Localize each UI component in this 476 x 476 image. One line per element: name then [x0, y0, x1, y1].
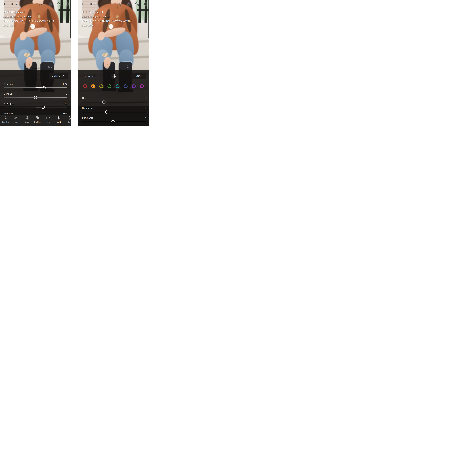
- more-options-icon[interactable]: [66, 2, 69, 6]
- tool-label-healing: Healing: [12, 121, 18, 123]
- shadows-label: Shadows: [4, 112, 13, 115]
- exposure-slider-knob[interactable]: [43, 86, 46, 89]
- channel-purple-button[interactable]: [132, 84, 136, 88]
- luminance-slider-track[interactable]: [82, 121, 146, 122]
- share-icon[interactable]: [49, 2, 52, 6]
- auto-icon: [46, 116, 50, 119]
- contrast-slider-knob[interactable]: [34, 96, 37, 99]
- highlights-slider-knob[interactable]: [41, 106, 45, 109]
- exposure-slider-track[interactable]: [4, 87, 67, 88]
- bottom-toolbar: SelectiveHealingCropProfilesAutoLightCol…: [0, 115, 71, 126]
- tool-healing[interactable]: Healing: [11, 116, 20, 123]
- undo-icon[interactable]: [40, 2, 44, 6]
- photo-index: 66 of 1641 | Original: [3, 10, 54, 14]
- healing-icon: [14, 116, 17, 119]
- back-button[interactable]: [81, 2, 85, 6]
- exposure-info: 1/250 sec at ƒ/4.0, ISO 400: [81, 14, 132, 19]
- done-button-label: DONE: [136, 75, 142, 77]
- tool-crop[interactable]: Crop: [22, 116, 32, 123]
- saturation-value: -23: [143, 107, 146, 109]
- camera-model: ILCE-6000: [3, 23, 54, 28]
- slider-row-highlights: Highlights+19: [4, 102, 67, 111]
- more-options-icon[interactable]: [144, 2, 148, 6]
- tool-color[interactable]: Color: [65, 116, 71, 123]
- tool-label-auto: Auto: [46, 121, 50, 123]
- slider-row-exposure: Exposure+1.07: [4, 83, 67, 92]
- contrast-slider-track[interactable]: [4, 97, 67, 98]
- channel-orange-button[interactable]: [91, 84, 95, 88]
- saturation-slider-track[interactable]: [82, 112, 146, 112]
- channel-aqua-button[interactable]: [116, 84, 119, 88]
- luminance-label: Luminance: [82, 117, 93, 119]
- slider-row-luminance: Luminance-4: [82, 117, 146, 126]
- selected-tab-indicator: [55, 126, 62, 126]
- done-button[interactable]: DONE: [132, 73, 146, 79]
- saturation-slider-knob[interactable]: [105, 110, 108, 114]
- luminance-slider-knob[interactable]: [111, 120, 115, 123]
- chevron-down-icon[interactable]: [94, 4, 96, 5]
- hue-slider-knob[interactable]: [102, 101, 106, 103]
- share-icon[interactable]: [127, 2, 131, 6]
- hue-value: -33: [143, 97, 146, 99]
- crop-icon: [25, 116, 29, 119]
- exposure-label: Exposure: [4, 83, 13, 85]
- tool-label-selective: Selective: [1, 121, 9, 123]
- tool-auto[interactable]: Auto: [43, 116, 53, 123]
- tool-light[interactable]: Light: [54, 116, 63, 123]
- slider-row-saturation: Saturation-23: [82, 107, 146, 116]
- hue-label: Hue: [82, 97, 86, 99]
- channel-yellow-button[interactable]: [99, 84, 103, 88]
- tool-label-crop: Crop: [25, 121, 29, 123]
- tool-selective[interactable]: Selective: [1, 116, 10, 123]
- exposure-value: +1.07: [61, 83, 67, 85]
- color-icon: [68, 116, 71, 119]
- saturation-label: Saturation: [82, 107, 93, 109]
- channel-magenta-button[interactable]: [140, 84, 144, 88]
- lens-info: 30mm (30mm F1.4 DC DN | Contemporary 016…: [3, 19, 54, 23]
- luminance-value: -4: [144, 117, 146, 119]
- tool-label-profiles: Profiles: [34, 121, 41, 123]
- targeted-adjustment-button[interactable]: [111, 74, 117, 79]
- slider-row-contrast: Contrast0: [4, 93, 67, 102]
- selective-icon: [4, 116, 7, 119]
- slider-row-hue: Hue-33: [82, 97, 146, 106]
- tool-modified-dot: [69, 125, 70, 126]
- curve-button[interactable]: CURVE: [49, 73, 68, 79]
- contrast-label: Contrast: [4, 93, 13, 95]
- edit-screen-light-panel: Edit 66 of 1641 | Original 1/250 sec at …: [0, 0, 71, 126]
- highlights-slider-track[interactable]: [4, 107, 67, 107]
- cloud-add-icon[interactable]: [56, 2, 61, 6]
- highlights-label: Highlights: [4, 102, 14, 105]
- edit-screen-colormix-panel: Edit 67 of 1642 | Original 1/250 sec at …: [78, 0, 149, 126]
- edit-menu-label[interactable]: Edit: [9, 2, 14, 5]
- hue-slider-track[interactable]: [82, 102, 146, 102]
- panel-drag-handle[interactable]: [32, 68, 40, 68]
- photo-index: 67 of 1642 | Original: [81, 10, 132, 14]
- cloud-add-icon[interactable]: [135, 2, 139, 6]
- channel-red-button[interactable]: [83, 84, 87, 88]
- color-channel-row: [78, 84, 149, 88]
- curve-button-label: CURVE: [52, 75, 60, 77]
- tool-label-light: Light: [57, 121, 61, 123]
- light-icon: [57, 116, 60, 119]
- undo-icon[interactable]: [119, 2, 122, 6]
- chevron-down-icon[interactable]: [16, 4, 17, 5]
- contrast-value: 0: [66, 93, 67, 95]
- colormix-title: COLOR MIX: [82, 75, 96, 78]
- shadows-value: +58: [63, 112, 67, 115]
- back-button[interactable]: [3, 2, 6, 6]
- channel-blue-button[interactable]: [124, 84, 128, 88]
- profiles-icon: [36, 116, 39, 119]
- tool-profiles[interactable]: Profiles: [33, 116, 42, 123]
- tone-curve-icon: [62, 75, 65, 77]
- lens-info: 30mm (30mm F1.4 DC DN | Contemporary 016…: [81, 19, 132, 23]
- photo-metadata: 67 of 1642 | Original 1/250 sec at ƒ/4.0…: [81, 10, 132, 28]
- lightroom-screens: Edit 66 of 1641 | Original 1/250 sec at …: [0, 0, 149, 126]
- move-target-icon: [112, 74, 117, 79]
- channel-green-button[interactable]: [107, 84, 111, 88]
- tool-label-color: Color: [68, 121, 71, 123]
- photo-metadata: 66 of 1641 | Original 1/250 sec at ƒ/4.0…: [3, 10, 54, 28]
- highlights-value: +19: [63, 102, 67, 105]
- edit-menu-label[interactable]: Edit: [88, 2, 93, 5]
- camera-model: ILCE-6000: [81, 23, 132, 28]
